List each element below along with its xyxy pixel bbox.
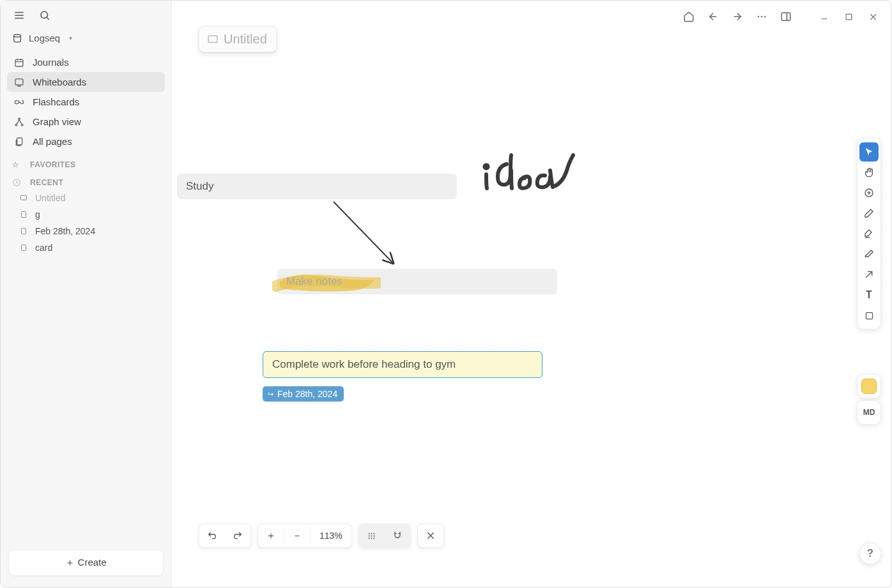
arrow-right-icon [732,11,743,22]
zoom-level[interactable]: 113% [311,531,351,541]
star-icon: ☆ [12,160,24,169]
undo-icon [207,531,217,541]
redo-button[interactable] [225,524,250,547]
chevron-down-icon: ▾ [69,34,72,41]
tool-select[interactable] [859,142,879,162]
recent-header[interactable]: RECENT [1,172,171,190]
menu-toggle-button[interactable] [11,7,27,24]
nav-whiteboards[interactable]: Whiteboards [7,72,165,92]
right-sidebar-toggle[interactable] [776,7,796,26]
nav-journals[interactable]: Journals [7,52,165,72]
handwriting-idea[interactable] [479,147,587,199]
connector-arrow[interactable] [328,199,405,275]
pages-icon [13,137,25,147]
zoom-in-button[interactable]: ＋ [258,524,284,547]
minimize-icon [820,12,829,21]
search-button[interactable] [36,7,53,24]
svg-line-16 [19,119,22,124]
database-icon [12,33,22,43]
zoom-out-button[interactable]: － [284,524,310,547]
svg-rect-20 [22,212,26,218]
home-icon [683,11,695,22]
toggle-snap-button[interactable] [385,524,410,547]
infinity-icon [13,97,25,107]
home-button[interactable] [679,7,698,26]
whiteboard-canvas[interactable]: Untitled Study Make notes Complete work … [172,1,891,587]
nav-flashcards[interactable]: Flashcards [7,92,165,112]
nav-back-button[interactable] [704,7,723,26]
pencil-icon [864,208,874,218]
graph-icon [13,117,25,127]
color-picker[interactable] [857,374,881,398]
more-button[interactable] [752,7,771,26]
svg-line-4 [47,17,49,19]
search-icon [39,10,50,21]
window-maximize[interactable] [839,7,858,26]
dots-icon [756,11,767,22]
calendar-icon [13,57,25,68]
tool-add-block[interactable] [859,183,879,202]
tool-eraser[interactable] [859,245,879,264]
graph-selector[interactable]: Logseq ▾ [1,26,171,50]
grid-dots-icon [367,531,376,541]
plus-circle-icon [864,188,874,198]
svg-rect-42 [866,312,872,319]
mode-chip[interactable]: MD [857,400,881,425]
svg-rect-6 [15,59,23,66]
hand-icon [864,167,874,177]
svg-rect-10 [15,79,23,84]
whiteboard-title[interactable]: Untitled [199,26,277,52]
svg-point-12 [19,118,20,120]
color-swatch [861,379,877,394]
tool-shape[interactable] [859,306,879,325]
toggle-locked-button[interactable] [418,524,443,547]
sticky-note-task[interactable]: Complete work before heading to gym [263,351,542,378]
page-icon [20,211,29,218]
page-icon [20,244,29,252]
close-icon [868,12,878,22]
svg-point-48 [374,535,375,536]
primary-nav: Journals Whiteboards Flashcards Graph vi… [1,50,171,154]
recent-item[interactable]: g [1,206,171,223]
square-icon [865,311,874,320]
recent-item[interactable]: Untitled [1,190,171,206]
svg-point-14 [21,124,23,126]
arrow-diag-icon [864,269,874,280]
window-minimize[interactable] [815,7,834,26]
page-reference-chip[interactable]: ↪ Feb 28th, 2024 [263,386,344,402]
tool-pan[interactable] [859,163,879,182]
nav-all-pages[interactable]: All pages [7,132,165,151]
tool-connector[interactable] [859,265,879,284]
tool-highlight[interactable] [859,224,879,243]
tool-draw[interactable] [859,204,879,223]
clock-icon [12,178,24,187]
create-button[interactable]: ＋ Create [8,550,164,576]
toggle-grid-button[interactable] [359,524,385,547]
svg-point-49 [369,538,370,539]
svg-point-43 [369,532,370,534]
recent-item[interactable]: Feb 28th, 2024 [1,223,171,239]
window-close[interactable] [863,7,882,26]
svg-point-26 [761,16,762,17]
text-node-make-notes[interactable]: Make notes [277,269,557,294]
question-icon: ? [867,548,873,559]
text-node-study[interactable]: Study [177,174,457,199]
svg-line-35 [334,202,392,262]
favorites-header[interactable]: ☆ FAVORITES [1,154,171,172]
help-button[interactable]: ? [859,543,881,564]
zoom-bar: ＋ － 113% [199,524,444,548]
magnet-icon [392,531,403,541]
undo-button[interactable] [199,524,225,547]
svg-rect-28 [781,13,790,20]
tool-text[interactable]: T [859,285,879,305]
svg-point-47 [371,535,373,536]
svg-point-27 [764,16,765,17]
nav-forward-button[interactable] [728,7,747,26]
svg-line-41 [866,271,872,277]
svg-point-25 [758,16,759,17]
recent-item[interactable]: card [1,239,171,256]
minus-icon: － [292,529,302,543]
highlighter-icon [864,229,874,239]
nav-graph-view[interactable]: Graph view [7,112,165,132]
hamburger-icon [13,10,25,21]
